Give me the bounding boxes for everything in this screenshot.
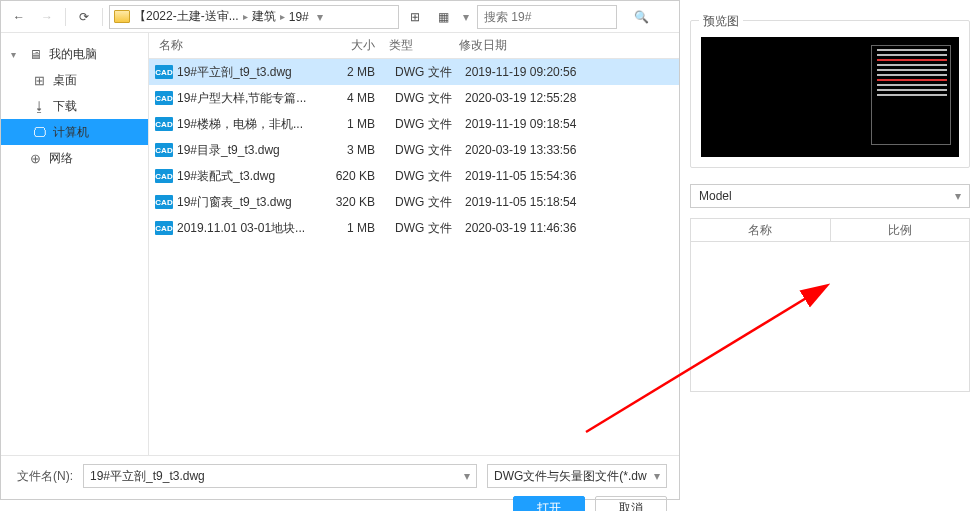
cad-file-icon: CAD	[155, 65, 173, 79]
back-button[interactable]: ←	[7, 5, 31, 29]
col-name[interactable]: 名称	[155, 37, 325, 54]
file-type: DWG 文件	[385, 116, 455, 133]
file-date: 2019-11-05 15:54:36	[455, 169, 615, 183]
path-seg-1[interactable]: 【2022-土建-送审...	[134, 8, 239, 25]
scale-table-header: 名称 比例	[690, 218, 970, 242]
tree-label: 桌面	[53, 72, 77, 89]
computer-icon: 🖵	[31, 125, 47, 140]
tree-label: 网络	[49, 150, 73, 167]
search-input[interactable]	[484, 10, 634, 24]
col-date[interactable]: 修改日期	[455, 37, 615, 54]
file-date: 2019-11-05 15:18:54	[455, 195, 615, 209]
tree-network[interactable]: ⊕ 网络	[1, 145, 148, 171]
path-dropdown[interactable]: ▾	[313, 10, 327, 24]
breadcrumb-path[interactable]: 【2022-土建-送审... ▸ 建筑 ▸ 19# ▾	[109, 5, 399, 29]
cad-file-icon: CAD	[155, 221, 173, 235]
file-size: 3 MB	[325, 143, 385, 157]
chevron-icon: ▸	[243, 11, 248, 22]
preview-panel: 预览图 Model ▾ 名称 比例	[690, 20, 970, 392]
file-type: DWG 文件	[385, 142, 455, 159]
file-date: 2019-11-19 09:18:54	[455, 117, 615, 131]
file-row[interactable]: CAD19#平立剖_t9_t3.dwg2 MBDWG 文件2019-11-19 …	[149, 59, 679, 85]
filename-label: 文件名(N):	[13, 468, 73, 485]
tree-my-computer[interactable]: ▾ 🖥 我的电脑	[1, 41, 148, 67]
file-size: 4 MB	[325, 91, 385, 105]
file-row[interactable]: CAD19#目录_t9_t3.dwg3 MBDWG 文件2020-03-19 1…	[149, 137, 679, 163]
file-date: 2020-03-19 13:33:56	[455, 143, 615, 157]
file-type: DWG 文件	[385, 64, 455, 81]
col-name[interactable]: 名称	[691, 219, 831, 241]
open-button[interactable]: 打开	[513, 496, 585, 511]
dropdown-icon[interactable]: ▾	[464, 469, 470, 483]
cancel-button[interactable]: 取消	[595, 496, 667, 511]
dropdown-icon: ▾	[955, 189, 961, 203]
monitor-icon: 🖥	[27, 47, 43, 62]
file-name: 19#门窗表_t9_t3.dwg	[177, 194, 325, 211]
file-size: 2 MB	[325, 65, 385, 79]
file-name: 2019.11.01 03-01地块...	[177, 220, 325, 237]
cad-file-icon: CAD	[155, 91, 173, 105]
col-scale[interactable]: 比例	[831, 219, 970, 241]
col-size[interactable]: 大小	[325, 37, 385, 54]
search-box[interactable]: 🔍	[477, 5, 617, 29]
refresh-button[interactable]: ⟳	[72, 5, 96, 29]
filetype-select[interactable]: DWG文件与矢量图文件(*.dw ▾	[487, 464, 667, 488]
nav-tree: ▾ 🖥 我的电脑 ⊞ 桌面 ⭳ 下载 🖵 计算机 ⊕ 网络	[1, 33, 149, 455]
tree-downloads[interactable]: ⭳ 下载	[1, 93, 148, 119]
dropdown-icon[interactable]: ▾	[654, 469, 660, 483]
file-row[interactable]: CAD19#装配式_t3.dwg620 KBDWG 文件2019-11-05 1…	[149, 163, 679, 189]
file-open-dialog: ← → ⟳ 【2022-土建-送审... ▸ 建筑 ▸ 19# ▾ ⊞ ▦ ▾ …	[0, 0, 680, 500]
file-date: 2020-03-19 12:55:28	[455, 91, 615, 105]
file-size: 320 KB	[325, 195, 385, 209]
file-rows: CAD19#平立剖_t9_t3.dwg2 MBDWG 文件2019-11-19 …	[149, 59, 679, 455]
cad-file-icon: CAD	[155, 117, 173, 131]
chevron-icon: ▸	[280, 11, 285, 22]
filename-input[interactable]: 19#平立剖_t9_t3.dwg ▾	[83, 464, 477, 488]
toolbar: ← → ⟳ 【2022-土建-送审... ▸ 建筑 ▸ 19# ▾ ⊞ ▦ ▾ …	[1, 1, 679, 33]
model-value: Model	[699, 189, 732, 203]
file-name: 19#目录_t9_t3.dwg	[177, 142, 325, 159]
view-dropdown[interactable]: ▾	[459, 10, 473, 24]
path-seg-3[interactable]: 19#	[289, 10, 309, 24]
file-name: 19#楼梯，电梯，非机...	[177, 116, 325, 133]
network-icon: ⊕	[27, 151, 43, 166]
filetype-value: DWG文件与矢量图文件(*.dw	[494, 468, 647, 485]
cad-file-icon: CAD	[155, 169, 173, 183]
file-name: 19#平立剖_t9_t3.dwg	[177, 64, 325, 81]
preview-group: 预览图	[690, 20, 970, 168]
tree-computer[interactable]: 🖵 计算机	[1, 119, 148, 145]
file-row[interactable]: CAD19#门窗表_t9_t3.dwg320 KBDWG 文件2019-11-0…	[149, 189, 679, 215]
file-type: DWG 文件	[385, 194, 455, 211]
file-type: DWG 文件	[385, 168, 455, 185]
path-seg-2[interactable]: 建筑	[252, 8, 276, 25]
file-name: 19#装配式_t3.dwg	[177, 168, 325, 185]
file-size: 620 KB	[325, 169, 385, 183]
model-select[interactable]: Model ▾	[690, 184, 970, 208]
preview-title: 预览图	[699, 13, 743, 30]
file-row[interactable]: CAD19#楼梯，电梯，非机...1 MBDWG 文件2019-11-19 09…	[149, 111, 679, 137]
scale-table-body	[690, 242, 970, 392]
dialog-footer: 文件名(N): 19#平立剖_t9_t3.dwg ▾ DWG文件与矢量图文件(*…	[1, 455, 679, 511]
filename-value: 19#平立剖_t9_t3.dwg	[90, 468, 205, 485]
file-type: DWG 文件	[385, 220, 455, 237]
forward-button[interactable]: →	[35, 5, 59, 29]
tree-label: 我的电脑	[49, 46, 97, 63]
folder-icon	[114, 10, 130, 23]
col-type[interactable]: 类型	[385, 37, 455, 54]
preview-thumbnail	[701, 37, 959, 157]
search-icon: 🔍	[634, 10, 649, 24]
view-grid-button[interactable]: ▦	[431, 5, 455, 29]
tree-desktop[interactable]: ⊞ 桌面	[1, 67, 148, 93]
file-row[interactable]: CAD2019.11.01 03-01地块...1 MBDWG 文件2020-0…	[149, 215, 679, 241]
file-size: 1 MB	[325, 117, 385, 131]
list-header: 名称 大小 类型 修改日期	[149, 33, 679, 59]
file-list: 名称 大小 类型 修改日期 CAD19#平立剖_t9_t3.dwg2 MBDWG…	[149, 33, 679, 455]
download-icon: ⭳	[31, 99, 47, 114]
collapse-icon[interactable]: ▾	[11, 49, 21, 60]
file-row[interactable]: CAD19#户型大样,节能专篇...4 MBDWG 文件2020-03-19 1…	[149, 85, 679, 111]
new-window-button[interactable]: ⊞	[403, 5, 427, 29]
file-date: 2020-03-19 11:46:36	[455, 221, 615, 235]
tree-label: 计算机	[53, 124, 89, 141]
tree-label: 下载	[53, 98, 77, 115]
cad-file-icon: CAD	[155, 195, 173, 209]
